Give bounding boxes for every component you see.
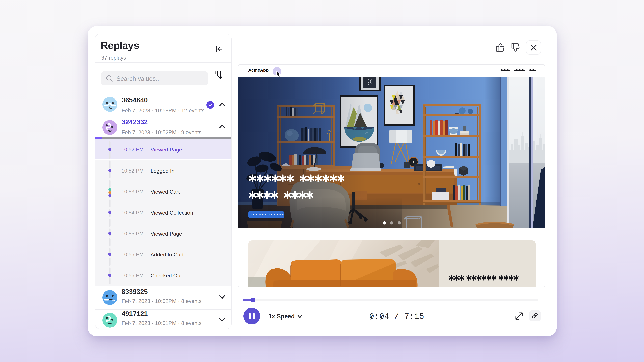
svg-text:**** ****** **********: **** ****** ********** (251, 213, 284, 217)
